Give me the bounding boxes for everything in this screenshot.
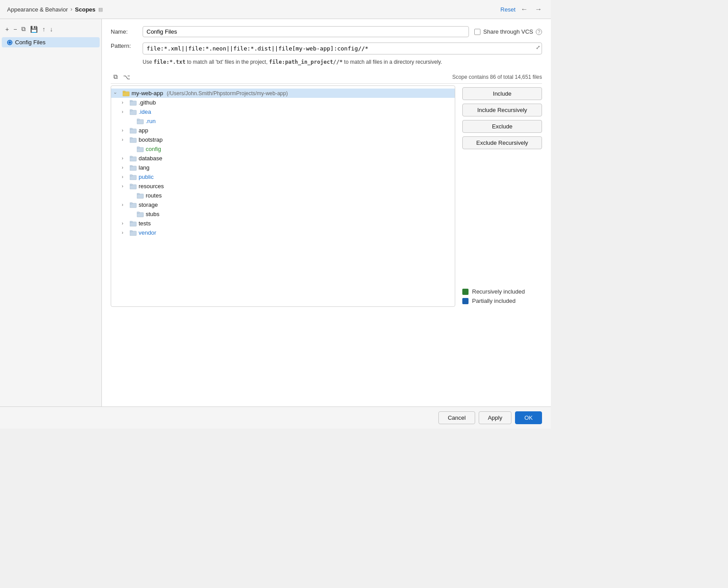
- tree-root-item[interactable]: › my-web-app (/Users/John.Smith/Phpstorm…: [111, 89, 455, 98]
- item-label: resources: [139, 183, 164, 190]
- copy-tree-button[interactable]: ⧉: [111, 72, 120, 81]
- move-down-button[interactable]: ↓: [48, 25, 54, 34]
- item-label: .github: [139, 99, 156, 106]
- svg-rect-5: [130, 109, 132, 111]
- breadcrumb-current: Scopes: [75, 6, 95, 13]
- copy-scope-button[interactable]: ⧉: [19, 24, 27, 34]
- tree-item-vendor[interactable]: › vendor: [111, 228, 455, 237]
- folder-icon: [130, 220, 137, 227]
- folder-icon: [130, 128, 137, 134]
- hint-text: Use file:*.txt to match all 'txt' files …: [111, 58, 542, 66]
- back-button[interactable]: ←: [519, 4, 530, 14]
- exclude-recursively-button[interactable]: Exclude Recursively: [462, 136, 542, 149]
- sidebar-item-label: Config Files: [15, 39, 46, 46]
- svg-rect-1: [123, 91, 125, 92]
- tree-item-resources[interactable]: › resources: [111, 182, 455, 191]
- scope-info: Scope contains 86 of total 14,651 files: [452, 74, 542, 80]
- add-scope-button[interactable]: +: [4, 25, 11, 34]
- vcs-checkbox[interactable]: [474, 29, 480, 35]
- legend-partially-included: Partially included: [462, 298, 542, 304]
- include-button[interactable]: Include: [462, 87, 542, 100]
- hint-code1: file:*.txt: [154, 59, 186, 65]
- sidebar-item-config-files[interactable]: Config Files: [2, 37, 100, 47]
- tree-item-github[interactable]: › .github: [111, 98, 455, 107]
- folder-icon: [130, 155, 137, 162]
- breadcrumb-parent: Appearance & Behavior: [7, 6, 68, 13]
- partially-included-label: Partially included: [472, 298, 515, 304]
- recursively-included-label: Recursively included: [472, 288, 525, 295]
- chevron-icon: ›: [122, 221, 128, 226]
- help-icon[interactable]: ?: [536, 29, 542, 35]
- header-actions: Reset ← →: [500, 4, 544, 14]
- tree-item-routes[interactable]: routes: [111, 191, 455, 200]
- cancel-button[interactable]: Cancel: [438, 411, 475, 424]
- chevron-icon: ›: [122, 156, 128, 161]
- item-label: vendor: [139, 229, 156, 236]
- breadcrumb-settings-icon: ▤: [98, 7, 103, 12]
- item-label: storage: [139, 201, 158, 208]
- chevron-icon: ›: [122, 184, 128, 189]
- item-label: tests: [139, 220, 151, 227]
- root-path: (/Users/John.Smith/PhpstormProjects/my-w…: [167, 90, 288, 97]
- exclude-button[interactable]: Exclude: [462, 120, 542, 133]
- root-label: my-web-app: [132, 90, 163, 97]
- apply-button[interactable]: Apply: [479, 411, 512, 424]
- folder-icon: [137, 118, 144, 124]
- remove-scope-button[interactable]: −: [12, 25, 19, 34]
- svg-rect-19: [130, 174, 132, 176]
- breadcrumb-separator: ›: [70, 6, 72, 12]
- folder-icon: [130, 230, 137, 236]
- item-label: .run: [146, 118, 155, 124]
- item-label: stubs: [146, 211, 159, 217]
- expand-button[interactable]: ⤢: [536, 44, 540, 50]
- recursively-included-icon: [462, 289, 469, 295]
- tree-item-app[interactable]: › app: [111, 126, 455, 135]
- legend: Recursively included Partially included: [462, 285, 542, 307]
- folder-icon: [137, 146, 144, 152]
- vcs-group: Share through VCS ?: [474, 28, 542, 35]
- hint-code2: file:path_in_project//*: [269, 59, 343, 65]
- svg-rect-27: [137, 212, 139, 213]
- chevron-icon: ›: [122, 100, 128, 105]
- dialog-footer: Cancel Apply OK: [0, 406, 551, 429]
- include-recursively-button[interactable]: Include Recursively: [462, 104, 542, 116]
- svg-rect-29: [130, 221, 132, 222]
- item-label: routes: [146, 192, 162, 199]
- tree-item-stubs[interactable]: stubs: [111, 209, 455, 219]
- scope-radio-icon: [7, 40, 12, 45]
- svg-rect-31: [130, 230, 132, 232]
- svg-rect-23: [137, 193, 139, 194]
- tree-item-run[interactable]: .run: [111, 116, 455, 126]
- ok-button[interactable]: OK: [515, 411, 542, 424]
- tree-item-public[interactable]: › public: [111, 172, 455, 182]
- tree-panel: › my-web-app (/Users/John.Smith/Phpstorm…: [111, 85, 542, 307]
- tree-item-tests[interactable]: › tests: [111, 219, 455, 228]
- move-up-button[interactable]: ↑: [40, 25, 47, 34]
- filter-tree-button[interactable]: ⌥: [120, 73, 133, 81]
- tree-item-bootstrap[interactable]: › bootstrap: [111, 135, 455, 144]
- forward-button[interactable]: →: [533, 4, 544, 14]
- partially-included-icon: [462, 298, 469, 304]
- tree-item-database[interactable]: › database: [111, 154, 455, 163]
- tree-item-lang[interactable]: › lang: [111, 163, 455, 172]
- name-label: Name:: [111, 28, 143, 35]
- pattern-label: Pattern:: [111, 43, 143, 49]
- folder-icon: [130, 137, 137, 143]
- reset-button[interactable]: Reset: [500, 6, 515, 13]
- item-label: config: [146, 146, 161, 152]
- folder-icon: [130, 165, 137, 171]
- item-label: app: [139, 127, 148, 134]
- folder-icon: [130, 174, 137, 180]
- save-scope-button[interactable]: 💾: [28, 25, 39, 34]
- tree-item-idea[interactable]: › .idea: [111, 107, 455, 116]
- chevron-icon: ›: [115, 91, 121, 96]
- tree-item-config[interactable]: config: [111, 144, 455, 154]
- item-label: lang: [139, 164, 150, 171]
- svg-rect-25: [130, 202, 132, 204]
- folder-icon: [130, 100, 137, 106]
- pattern-input[interactable]: [143, 43, 542, 54]
- pattern-input-wrap: ⤢: [143, 43, 542, 54]
- tree-item-storage[interactable]: › storage: [111, 200, 455, 209]
- svg-rect-11: [130, 137, 132, 139]
- name-input[interactable]: [143, 26, 469, 37]
